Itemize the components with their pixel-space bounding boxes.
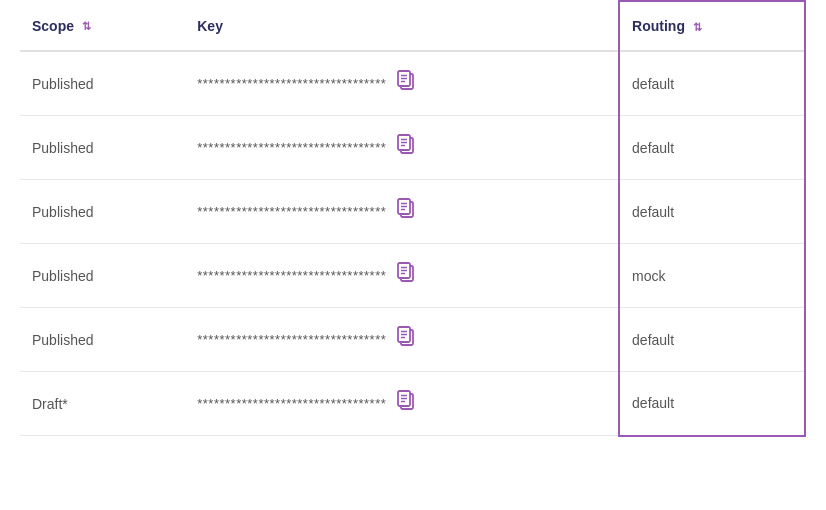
copy-icon[interactable]	[396, 70, 416, 97]
scope-cell: Published	[20, 51, 185, 116]
key-column-header[interactable]: Key	[185, 1, 619, 51]
key-cell-container: **********************************	[185, 244, 619, 308]
routing-cell: default	[619, 180, 805, 244]
routing-value: default	[632, 395, 674, 411]
scope-cell: Published	[20, 116, 185, 180]
key-value: **********************************	[197, 268, 386, 283]
routing-sort-icon[interactable]	[693, 21, 702, 34]
routing-cell: default	[619, 116, 805, 180]
routing-cell: default	[619, 51, 805, 116]
table-row: Published ******************************…	[20, 51, 805, 116]
scope-value: Published	[32, 76, 94, 92]
key-cell-inner: **********************************	[197, 134, 606, 161]
routing-value: default	[632, 332, 674, 348]
scope-cell: Published	[20, 244, 185, 308]
key-cell-container: **********************************	[185, 116, 619, 180]
key-value: **********************************	[197, 140, 386, 155]
routing-column-header[interactable]: Routing	[619, 1, 805, 51]
scope-cell: Published	[20, 308, 185, 372]
routing-cell: default	[619, 308, 805, 372]
routing-cell: default	[619, 372, 805, 436]
scope-cell: Published	[20, 180, 185, 244]
scope-value: Published	[32, 332, 94, 348]
scope-value: Draft*	[32, 396, 68, 412]
copy-icon[interactable]	[396, 134, 416, 161]
key-cell-container: **********************************	[185, 308, 619, 372]
table-row: Published ******************************…	[20, 180, 805, 244]
routing-cell: mock	[619, 244, 805, 308]
scope-header-label: Scope	[32, 18, 74, 34]
copy-icon[interactable]	[396, 390, 416, 417]
key-cell-inner: **********************************	[197, 198, 606, 225]
key-value: **********************************	[197, 204, 386, 219]
scope-sort-icon[interactable]	[82, 20, 91, 33]
routing-header-label: Routing	[632, 18, 685, 34]
key-cell-container: **********************************	[185, 180, 619, 244]
key-value: **********************************	[197, 396, 386, 411]
table-row: Published ******************************…	[20, 308, 805, 372]
key-cell-inner: **********************************	[197, 390, 606, 417]
scope-column-header[interactable]: Scope	[20, 1, 185, 51]
scope-value: Published	[32, 204, 94, 220]
key-header-label: Key	[197, 18, 223, 34]
table-row: Published ******************************…	[20, 116, 805, 180]
copy-icon[interactable]	[396, 326, 416, 353]
key-cell-container: **********************************	[185, 372, 619, 436]
table-row: Published ******************************…	[20, 244, 805, 308]
scope-value: Published	[32, 268, 94, 284]
routing-value: default	[632, 76, 674, 92]
api-keys-table-container: Scope Key Routing Published ************…	[0, 0, 826, 437]
copy-icon[interactable]	[396, 198, 416, 225]
key-value: **********************************	[197, 332, 386, 347]
table-header-row: Scope Key Routing	[20, 1, 805, 51]
scope-value: Published	[32, 140, 94, 156]
routing-value: mock	[632, 268, 665, 284]
routing-value: default	[632, 140, 674, 156]
key-cell-inner: **********************************	[197, 326, 606, 353]
key-cell-inner: **********************************	[197, 262, 606, 289]
key-cell-inner: **********************************	[197, 70, 606, 97]
routing-value: default	[632, 204, 674, 220]
copy-icon[interactable]	[396, 262, 416, 289]
key-cell-container: **********************************	[185, 51, 619, 116]
key-value: **********************************	[197, 76, 386, 91]
table-row: Draft* *********************************…	[20, 372, 805, 436]
api-keys-table: Scope Key Routing Published ************…	[20, 0, 806, 437]
scope-cell: Draft*	[20, 372, 185, 436]
